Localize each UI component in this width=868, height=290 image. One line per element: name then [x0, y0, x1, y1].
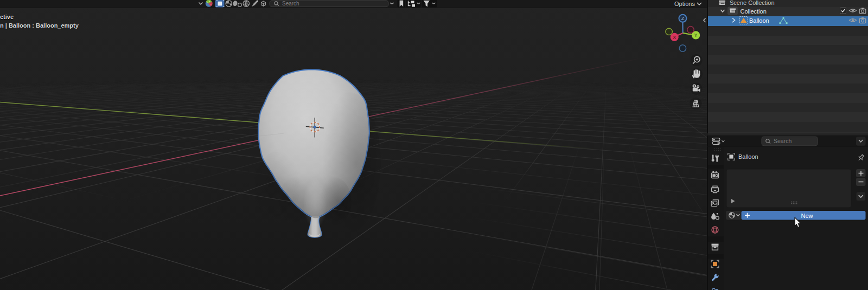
svg-text:Search: Search [774, 138, 792, 144]
svg-text:Search: Search [282, 1, 299, 7]
svg-text:Z: Z [681, 16, 685, 21]
svg-text:Y: Y [694, 33, 698, 38]
svg-text:New: New [801, 212, 813, 219]
svg-text:X: X [673, 35, 676, 40]
svg-text:Balloon: Balloon [738, 153, 758, 160]
